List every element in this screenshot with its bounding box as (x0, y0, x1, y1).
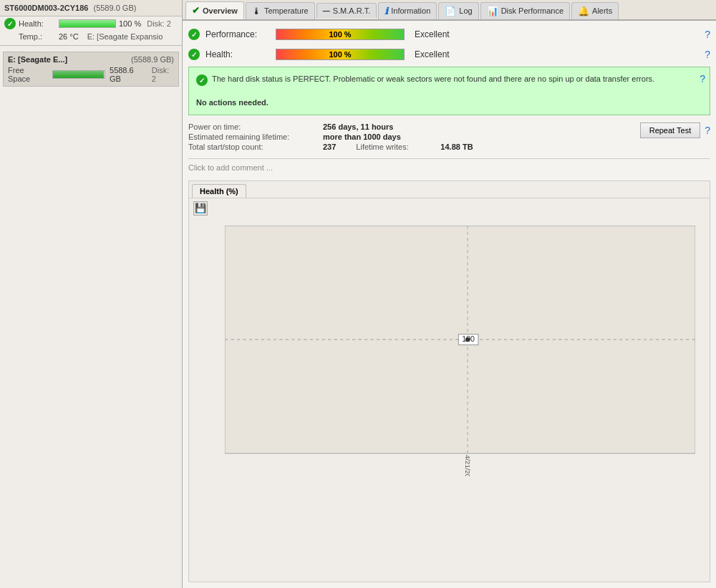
tab-information[interactable]: ℹ Information (378, 2, 437, 19)
free-space-fill (53, 71, 104, 78)
health-rating: Excellent (415, 49, 450, 59)
health-chart: 100 100 100 (225, 226, 695, 476)
tab-log-label: Log (459, 6, 472, 15)
chart-tab-health[interactable]: Health (%) (192, 184, 246, 198)
info-right: Repeat Test ? (633, 122, 710, 138)
health-status-row: ✓ Health: 100 % Excellent ? (188, 47, 710, 62)
lifetime-writes-label: Lifetime writes: (356, 143, 435, 151)
app-container: ST6000DM003-2CY186 (5589.0 GB) ✓ Health:… (0, 0, 716, 588)
health-help-icon[interactable]: ? (705, 49, 710, 60)
estimated-lifetime-row: Estimated remaining lifetime: more than … (188, 132, 633, 141)
disk-model: ST6000DM003-2CY186 (4, 4, 88, 12)
message-note: No actions needed. (196, 98, 268, 107)
tab-alerts[interactable]: 🔔 Alerts (571, 2, 619, 19)
drive-letter: E: [Seagate E...] (8, 55, 67, 64)
tab-overview[interactable]: ✔ Overview (185, 1, 244, 19)
health-status-bar-text: 100 % (276, 49, 404, 59)
overview-icon: ✔ (192, 5, 200, 16)
health-status-check-icon: ✓ (188, 49, 200, 60)
health-row: ✓ Health: 100 % Disk: 2 (0, 16, 182, 31)
chart-section: Health (%) 💾 100 100 (188, 180, 710, 583)
drive-label: E: [Seagate Expansio (87, 32, 163, 41)
power-on-label: Power on time: (188, 122, 317, 131)
health-check-icon: ✓ (4, 18, 16, 29)
estimated-lifetime-label: Estimated remaining lifetime: (188, 132, 317, 141)
tab-temperature-label: Temperature (264, 6, 309, 15)
tab-alerts-label: Alerts (592, 6, 612, 15)
performance-label: Performance: (205, 29, 270, 39)
performance-bar-text: 100 % (276, 29, 404, 39)
health-bar (59, 19, 116, 28)
left-panel: ST6000DM003-2CY186 (5589.0 GB) ✓ Health:… (0, 0, 183, 588)
disk-number: Disk: 2 (147, 19, 171, 28)
disk-header: ST6000DM003-2CY186 (5589.0 GB) (0, 0, 182, 16)
drive-capacity: (5588.9 GB) (131, 55, 174, 64)
power-on-row: Power on time: 256 days, 11 hours (188, 122, 633, 131)
temp-label: Temp.: (19, 32, 56, 41)
tab-log[interactable]: 📄 Log (438, 2, 478, 19)
start-stop-value: 237 (323, 143, 336, 151)
drive-entry-header: E: [Seagate E...] (5588.9 GB) (8, 55, 174, 64)
separator (0, 45, 182, 46)
tab-information-label: Information (391, 6, 430, 15)
lifetime-writes-value: 14.88 TB (440, 143, 473, 151)
log-icon: 📄 (445, 6, 456, 16)
free-space-label: Free Space (8, 66, 48, 83)
save-icon: 💾 (195, 203, 206, 213)
svg-text:4/21/2024: 4/21/2024 (464, 455, 472, 476)
tab-smart[interactable]: — S.M.A.R.T. (316, 3, 377, 18)
health-label: Health: (19, 19, 56, 28)
temperature-icon: 🌡 (252, 6, 261, 16)
drive-entry: E: [Seagate E...] (5588.9 GB) Free Space… (3, 52, 179, 87)
disk-capacity: (5589.0 GB) (93, 4, 136, 12)
svg-point-7 (465, 337, 470, 341)
chart-tabs: Health (%) (189, 181, 710, 198)
performance-row: ✓ Performance: 100 % Excellent ? (188, 26, 710, 42)
tab-diskperformance[interactable]: 📊 Disk Performance (480, 2, 570, 19)
smart-icon: — (323, 7, 330, 15)
tab-smart-label: S.M.A.R.T. (333, 6, 371, 15)
start-stop-label: Total start/stop count: (188, 143, 317, 151)
content-area: ✓ Performance: 100 % Excellent ? ✓ Healt… (183, 21, 716, 588)
message-check-icon: ✓ (196, 74, 208, 86)
start-stop-row: Total start/stop count: 237 Lifetime wri… (188, 143, 633, 151)
chart-area: 100 100 100 (189, 218, 710, 582)
right-panel: ✔ Overview 🌡 Temperature — S.M.A.R.T. ℹ … (183, 0, 716, 588)
repeat-test-help-icon[interactable]: ? (705, 125, 710, 136)
repeat-test-button[interactable]: Repeat Test (640, 122, 701, 138)
temp-row: Temp.: 26 °C E: [Seagate Expansio (0, 31, 182, 42)
performance-bar: 100 % (276, 29, 405, 40)
estimated-lifetime-value: more than 1000 days (323, 132, 401, 141)
tab-diskperformance-label: Disk Performance (501, 6, 563, 15)
tab-overview-label: Overview (203, 6, 238, 15)
tab-temperature[interactable]: 🌡 Temperature (246, 2, 315, 19)
health-bar-fill (59, 20, 115, 27)
message-box: ✓ The hard disk status is PERFECT. Probl… (188, 67, 710, 115)
performance-help-icon[interactable]: ? (705, 29, 710, 40)
disk-title: ST6000DM003-2CY186 (5589.0 GB) (4, 4, 136, 12)
drive-disk-num: Disk: 2 (152, 66, 174, 83)
save-chart-button[interactable]: 💾 (193, 201, 208, 216)
tab-bar: ✔ Overview 🌡 Temperature — S.M.A.R.T. ℹ … (183, 0, 716, 21)
info-left: Power on time: 256 days, 11 hours Estima… (188, 122, 633, 151)
health-status-bar: 100 % (276, 49, 405, 60)
alerts-icon: 🔔 (578, 6, 589, 16)
information-icon: ℹ (384, 6, 388, 16)
health-status-label: Health: (205, 49, 270, 59)
comment-placeholder: Click to add comment ... (188, 163, 273, 172)
chart-tab-health-label: Health (%) (200, 187, 238, 196)
power-on-value: 256 days, 11 hours (323, 122, 393, 131)
comment-row[interactable]: Click to add comment ... (188, 158, 710, 176)
chart-toolbar: 💾 (189, 198, 710, 218)
diskperformance-icon: 📊 (487, 6, 498, 16)
free-space-bar (52, 70, 105, 79)
free-space-row: Free Space 5588.6 GB Disk: 2 (8, 66, 174, 83)
performance-check-icon: ✓ (188, 29, 200, 40)
health-value: 100 % (119, 19, 141, 28)
performance-rating: Excellent (415, 29, 450, 39)
message-title: The hard disk status is PERFECT. Problem… (212, 74, 654, 83)
free-space-value: 5588.6 GB (110, 66, 145, 83)
message-help-icon[interactable]: ? (700, 72, 705, 87)
info-section: Power on time: 256 days, 11 hours Estima… (188, 120, 710, 154)
temp-value: 26 °C (59, 32, 79, 41)
